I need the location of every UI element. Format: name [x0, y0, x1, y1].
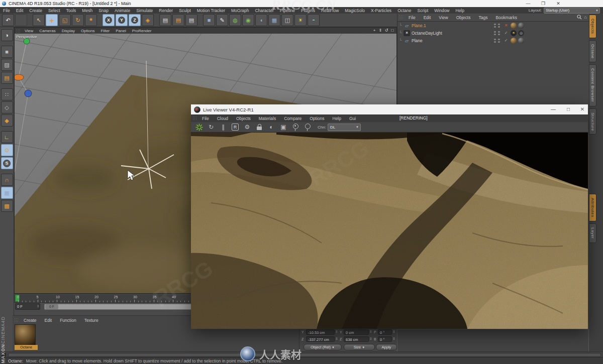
object-manager-menu-item[interactable]: Objects: [452, 15, 475, 20]
stepper-icon[interactable]: ⇕: [335, 330, 338, 334]
camera-icon[interactable]: ◫: [281, 14, 293, 26]
menu-item[interactable]: Animate: [112, 8, 133, 13]
maximize-button[interactable]: ❐: [538, 0, 549, 7]
material-label[interactable]: Octane: [15, 345, 38, 350]
menu-item[interactable]: MagicSolo: [342, 8, 368, 13]
floor-icon[interactable]: ▦: [268, 14, 280, 26]
pen-spline-icon[interactable]: ✎: [216, 14, 228, 26]
restart-render-icon[interactable]: ↻: [206, 123, 216, 132]
menu-item[interactable]: Simulate: [133, 8, 156, 13]
object-tag-icon[interactable]: [511, 38, 517, 44]
live-viewer-menu-item[interactable]: Gui: [345, 116, 360, 121]
tab-structure[interactable]: Structure: [589, 108, 596, 135]
settings-gear-icon[interactable]: ⚙: [242, 123, 252, 132]
render-view-icon[interactable]: ▤: [159, 14, 171, 26]
material-picker-pin-icon[interactable]: [303, 123, 313, 132]
workplane-mode-icon[interactable]: ▤: [1, 72, 13, 84]
texture-mode-icon[interactable]: ▨: [1, 59, 13, 71]
current-frame-field[interactable]: 0 F⇕: [15, 303, 40, 310]
polygons-mode-icon[interactable]: ◆: [1, 114, 13, 127]
rotate-tool-icon[interactable]: ↻: [72, 14, 84, 26]
object-manager-menu-item[interactable]: Edit: [420, 15, 435, 20]
minimize-button[interactable]: —: [547, 104, 560, 114]
menu-item[interactable]: Plugins: [298, 8, 318, 13]
material-menu-item[interactable]: Function: [56, 318, 80, 323]
model-mode-icon[interactable]: ■: [1, 46, 13, 58]
object-manager-menu-item[interactable]: Tags: [474, 15, 491, 20]
menu-item[interactable]: Motion Tracker: [194, 8, 228, 13]
menu-item[interactable]: File: [0, 8, 13, 13]
size-field[interactable]: 0 cm: [344, 329, 369, 335]
object-label[interactable]: Plane: [410, 38, 493, 43]
menu-item[interactable]: Mesh: [79, 8, 95, 13]
visibility-dots-icon[interactable]: [493, 23, 501, 28]
object-row-plane[interactable]: └ ▱ Plane ✓: [397, 37, 589, 44]
mode-dropdown[interactable]: Object (Rel) ▼: [304, 344, 342, 350]
focus-picker-pin-icon[interactable]: [290, 123, 300, 132]
menu-item[interactable]: Window: [431, 8, 452, 13]
maximize-view-icon[interactable]: □: [389, 28, 395, 34]
tab-octane[interactable]: Octane: [589, 40, 596, 63]
subdivision-surface-icon[interactable]: ◍: [229, 14, 241, 26]
object-tag-icon[interactable]: ☀: [511, 30, 517, 36]
viewport-menu-item[interactable]: Filter: [97, 29, 113, 33]
object-manager-menu-item[interactable]: Bookmarks: [491, 15, 521, 20]
panel-grip-icon[interactable]: [14, 318, 18, 322]
channel-dropdown[interactable]: DL▼: [328, 124, 361, 131]
viewport-menu-item[interactable]: ProRender: [129, 29, 155, 33]
view-label[interactable]: Perspective: [16, 35, 37, 39]
live-viewer-titlebar[interactable]: Live Viewer V4-RC2-R1 — □ ✕: [191, 104, 588, 114]
object-row-plane1[interactable]: └ ▱ Plane.1 ✕: [397, 22, 589, 29]
rotate-view-icon[interactable]: ↺: [383, 28, 389, 34]
menu-item[interactable]: Octane: [394, 8, 414, 13]
pause-render-icon[interactable]: ∥: [218, 123, 228, 132]
live-viewer-menu-item[interactable]: Compare: [280, 116, 306, 121]
live-viewer-menu-item[interactable]: Cloud: [213, 116, 232, 121]
visibility-dots-icon[interactable]: [493, 31, 501, 36]
rotation-field[interactable]: 0 °: [378, 336, 392, 342]
menu-item[interactable]: Select: [45, 8, 63, 13]
tab-objects[interactable]: Objects: [589, 15, 596, 38]
x-axis-lock-icon[interactable]: X: [103, 14, 115, 26]
menu-item[interactable]: Pipeline: [277, 8, 298, 13]
tab-layer[interactable]: Layer: [589, 223, 596, 243]
enable-state-icon[interactable]: ✕: [503, 23, 509, 28]
bottom-scroll-field[interactable]: [8, 353, 601, 357]
octane-logo-icon[interactable]: [194, 123, 204, 132]
snap-icon[interactable]: S: [1, 157, 13, 169]
position-field[interactable]: -337.277 cm: [306, 336, 335, 342]
render-settings-icon[interactable]: ▤: [185, 14, 197, 26]
move-tool-icon[interactable]: +: [46, 14, 58, 26]
rotation-field[interactable]: 0 °: [378, 329, 392, 335]
viewport-menu-item[interactable]: Options: [78, 29, 98, 33]
minimize-button[interactable]: —: [523, 0, 534, 7]
menu-item[interactable]: Character: [252, 8, 276, 13]
deformer-icon[interactable]: ◖: [255, 14, 267, 26]
close-button[interactable]: ✕: [576, 104, 589, 114]
menu-item[interactable]: Script: [415, 8, 432, 13]
primitive-cube-icon[interactable]: ■: [203, 14, 215, 26]
material-menu-item[interactable]: Texture: [80, 318, 103, 323]
panel-grip-icon[interactable]: [399, 15, 403, 20]
stepper-icon[interactable]: ⇕: [335, 337, 338, 341]
visibility-dots-icon[interactable]: [493, 38, 501, 43]
object-tag-icon[interactable]: [511, 23, 517, 29]
maximize-button[interactable]: □: [562, 104, 575, 114]
magnet-icon[interactable]: ∩: [1, 174, 13, 186]
material-menu-item[interactable]: Edit: [41, 318, 56, 323]
render-region-icon[interactable]: ▣: [278, 123, 288, 132]
undo-icon[interactable]: ↶: [2, 14, 14, 26]
zoom-view-icon[interactable]: ⇕: [377, 28, 383, 34]
coordinate-system-icon[interactable]: ◈: [142, 14, 154, 26]
menu-item[interactable]: Help: [453, 8, 467, 13]
object-label[interactable]: OctaneDayLight: [410, 31, 493, 36]
axis-mode-icon[interactable]: ∟: [1, 131, 13, 143]
menu-item[interactable]: Create: [26, 8, 45, 13]
y-axis-lock-icon[interactable]: Y: [116, 14, 128, 26]
home-icon[interactable]: ⌂: [584, 15, 587, 20]
menu-item[interactable]: MoGraph: [228, 8, 252, 13]
live-viewer-menu-item[interactable]: Objects: [232, 116, 255, 121]
viewport-menu-item[interactable]: Cameras: [36, 29, 58, 33]
object-tag-icon[interactable]: ◎: [518, 30, 524, 36]
menu-item[interactable]: Edit: [13, 8, 27, 13]
